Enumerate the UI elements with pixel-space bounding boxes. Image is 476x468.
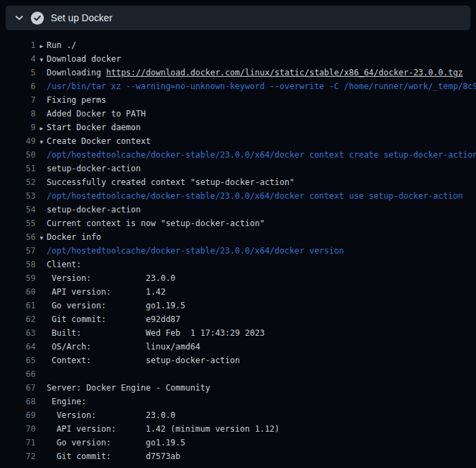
line-number[interactable]: 65 xyxy=(0,354,36,367)
log-line: 7Fixing perms xyxy=(0,93,476,107)
line-number[interactable]: 51 xyxy=(0,162,36,175)
download-url-link[interactable]: https://download.docker.com/linux/static… xyxy=(106,68,463,77)
line-number[interactable]: 66 xyxy=(0,367,36,381)
line-number[interactable]: 57 xyxy=(0,244,36,258)
command-text: /opt/hostedtoolcache/docker-stable/23.0.… xyxy=(47,246,344,256)
log-text: Added Docker to PATH xyxy=(47,109,146,119)
line-number[interactable]: 9 xyxy=(0,121,36,134)
log-text: Context: setup-docker-action xyxy=(47,356,240,365)
line-number[interactable]: 55 xyxy=(0,217,36,230)
log-text: setup-docker-action xyxy=(47,205,141,214)
line-number[interactable]: 69 xyxy=(0,408,36,422)
line-number[interactable]: 6 xyxy=(0,79,36,93)
line-number[interactable]: 64 xyxy=(0,340,36,354)
log-text: API version: 1.42 (minimum version 1.12) xyxy=(47,424,280,434)
line-number[interactable]: 49 xyxy=(0,134,36,148)
log-line: 67Server: Docker Engine - Community xyxy=(0,381,476,395)
log-line: 60 API version: 1.42 xyxy=(0,285,476,299)
log-line: 8Added Docker to PATH xyxy=(0,107,476,121)
log-line[interactable]: 49▼Create Docker context xyxy=(0,134,476,148)
log-text: API version: 1.42 xyxy=(47,287,165,297)
line-number[interactable]: 56 xyxy=(0,230,36,244)
log-text: Git commit: e92dd87 xyxy=(47,315,180,324)
check-circle-icon xyxy=(31,12,44,25)
log-text: OS/Arch: linux/amd64 xyxy=(47,342,200,352)
step-title: Set up Docker xyxy=(51,12,112,23)
caret-down-icon[interactable]: ▼ xyxy=(40,53,47,67)
log-line: 54setup-docker-action xyxy=(0,203,476,217)
group-title: Start Docker daemon xyxy=(47,123,141,132)
log-line: 69 Version: 23.0.0 xyxy=(0,408,476,422)
log-text: Version: 23.0.0 xyxy=(47,410,176,420)
line-number[interactable]: 52 xyxy=(0,175,36,189)
chevron-down-icon[interactable] xyxy=(14,12,25,23)
line-number[interactable]: 5 xyxy=(0,66,36,79)
group-title: Download docker xyxy=(47,54,121,64)
command-text: /usr/bin/tar xz --warning=no-unknown-key… xyxy=(47,82,476,91)
line-number[interactable]: 61 xyxy=(0,299,36,312)
line-number[interactable]: 68 xyxy=(0,395,36,408)
caret-right-icon[interactable]: ▶ xyxy=(40,40,47,53)
log-line: 59 Version: 23.0.0 xyxy=(0,271,476,285)
log-text: Go version: go1.19.5 xyxy=(47,438,185,447)
line-number[interactable]: 50 xyxy=(0,148,36,162)
line-number[interactable]: 8 xyxy=(0,107,36,121)
line-number[interactable]: 72 xyxy=(0,449,36,463)
log-line: 52Successfully created context "setup-do… xyxy=(0,175,476,189)
line-number[interactable]: 1 xyxy=(0,38,36,52)
line-number[interactable]: 59 xyxy=(0,271,36,285)
log-line: 61 Go version: go1.19.5 xyxy=(0,299,476,312)
group-title: Create Docker context xyxy=(47,136,151,146)
line-number[interactable]: 62 xyxy=(0,312,36,326)
group-title: Run ./ xyxy=(47,40,76,50)
log-line: 66 xyxy=(0,367,476,381)
log-line[interactable]: 4▼Download docker xyxy=(0,52,476,66)
log-text: Downloading https://download.docker.com/… xyxy=(40,66,463,79)
log-line: 64 OS/Arch: linux/amd64 xyxy=(0,340,476,354)
line-number[interactable]: 53 xyxy=(0,189,36,203)
log-line: 6/usr/bin/tar xz --warning=no-unknown-ke… xyxy=(0,79,476,93)
log-text: Engine: xyxy=(47,397,86,406)
log-line: 53/opt/hostedtoolcache/docker-stable/23.… xyxy=(0,189,476,203)
log-line[interactable]: 9▶Start Docker daemon xyxy=(0,121,476,134)
step-header[interactable]: Set up Docker xyxy=(5,5,471,30)
log-line[interactable]: 56▼Docker info xyxy=(0,230,476,244)
caret-down-icon[interactable]: ▼ xyxy=(40,136,47,149)
line-number[interactable]: 4 xyxy=(0,52,36,66)
log-text-prefix: Downloading xyxy=(47,68,106,77)
log-line: 5Downloading https://download.docker.com… xyxy=(0,66,476,79)
log-text: Client: xyxy=(47,260,82,269)
log-lines-container: 1▶Run ./4▼Download docker5Downloading ht… xyxy=(0,30,476,468)
log-text: Built: Wed Feb 1 17:43:29 2023 xyxy=(47,328,265,338)
line-number[interactable]: 58 xyxy=(0,258,36,271)
log-text: Version: 23.0.0 xyxy=(47,273,176,283)
line-number[interactable]: 54 xyxy=(0,203,36,217)
log-line: 68 Engine: xyxy=(0,395,476,408)
command-text: /opt/hostedtoolcache/docker-stable/23.0.… xyxy=(47,150,476,160)
log-text: Git commit: d7573ab xyxy=(47,452,180,461)
log-line: 50/opt/hostedtoolcache/docker-stable/23.… xyxy=(0,148,476,162)
log-line: 51setup-docker-action xyxy=(0,162,476,175)
line-number[interactable]: 71 xyxy=(0,436,36,449)
line-number[interactable]: 60 xyxy=(0,285,36,299)
log-text: Current context is now "setup-docker-act… xyxy=(47,219,265,228)
log-text: setup-docker-action xyxy=(47,164,141,173)
caret-right-icon[interactable]: ▶ xyxy=(40,122,47,136)
command-text: /opt/hostedtoolcache/docker-stable/23.0.… xyxy=(47,191,463,201)
log-line: 63 Built: Wed Feb 1 17:43:29 2023 xyxy=(0,326,476,340)
group-title: Docker info xyxy=(47,232,101,242)
log-text: Successfully created context "setup-dock… xyxy=(47,177,294,187)
log-line: 70 API version: 1.42 (minimum version 1.… xyxy=(0,422,476,436)
line-number[interactable]: 7 xyxy=(0,93,36,107)
actions-log-viewer: { "header": { "title": "Set up Docker", … xyxy=(0,0,476,468)
caret-down-icon[interactable]: ▼ xyxy=(40,232,47,245)
line-number[interactable]: 67 xyxy=(0,381,36,395)
log-text: Go version: go1.19.5 xyxy=(47,301,185,310)
log-line: 55Current context is now "setup-docker-a… xyxy=(0,217,476,230)
log-line: 62 Git commit: e92dd87 xyxy=(0,312,476,326)
line-number[interactable]: 70 xyxy=(0,422,36,436)
line-number[interactable]: 63 xyxy=(0,326,36,340)
log-line[interactable]: 1▶Run ./ xyxy=(0,38,476,52)
log-line: 72 Git commit: d7573ab xyxy=(0,449,476,463)
log-line: 58Client: xyxy=(0,258,476,271)
